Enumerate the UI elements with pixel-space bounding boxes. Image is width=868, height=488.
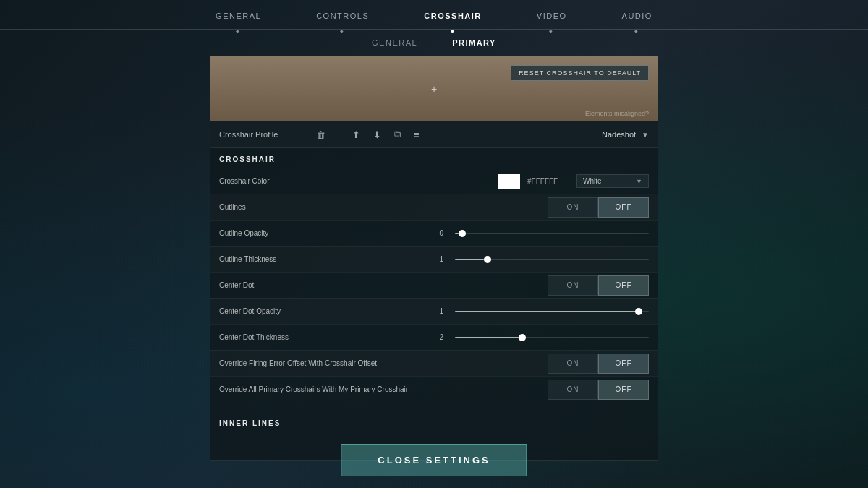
label-center-dot-thickness: Center Dot Thickness (219, 333, 422, 341)
preview-area: + RESET CROSSHAIR TO DEFAULT Elements mi… (210, 56, 658, 121)
profile-delete-icon[interactable]: 🗑 (313, 128, 328, 142)
slider-center-dot-opacity[interactable] (455, 311, 649, 312)
settings-container: GENERAL CONTROLS CROSSHAIR VIDEO AUDIO G… (0, 0, 868, 488)
color-name-select[interactable]: White ▼ (576, 174, 649, 188)
slider-track (455, 337, 649, 338)
value-center-dot-opacity: 1 (422, 307, 443, 315)
profile-select[interactable]: Nadeshot ▼ (422, 130, 649, 139)
center-dot-off-button[interactable]: Off (598, 275, 649, 296)
label-center-dot-opacity: Center Dot Opacity (219, 307, 422, 315)
sub-nav-line (376, 46, 492, 46)
toggle-center-dot: On Off (548, 275, 649, 296)
setting-row-outline-thickness: Outline Thickness 1 (210, 246, 658, 272)
dropdown-arrow-icon: ▼ (642, 131, 649, 139)
value-center-dot-thickness: 2 (422, 333, 443, 341)
close-button-wrapper: CLOSE SETTINGS (341, 444, 527, 476)
toggle-outlines: On Off (548, 197, 649, 218)
elements-misaligned-label: Elements misaligned? (585, 110, 649, 117)
settings-panel: + RESET CROSSHAIR TO DEFAULT Elements mi… (210, 56, 658, 461)
override-primary-on-button[interactable]: On (548, 380, 598, 400)
profile-upload-icon[interactable]: ⬆ (349, 128, 363, 142)
crosshair-section-header: CROSSHAIR (210, 148, 658, 168)
crosshair-preview: + (431, 83, 437, 95)
spacer (210, 402, 658, 414)
slider-track (455, 233, 649, 234)
nav-general[interactable]: GENERAL (210, 9, 267, 23)
slider-outline-thickness[interactable] (455, 259, 649, 260)
main-content: + RESET CROSSHAIR TO DEFAULT Elements mi… (0, 56, 868, 488)
label-crosshair-color: Crosshair Color (219, 177, 422, 185)
color-hex-value: #FFFFFF (527, 177, 571, 185)
label-override-primary: Override All Primary Crosshairs With My … (219, 385, 422, 393)
value-outline-thickness: 1 (422, 255, 443, 263)
slider-track (455, 259, 649, 260)
settings-scroll[interactable]: CROSSHAIR Crosshair Color #FFFFFF White … (210, 148, 658, 460)
reset-crosshair-button[interactable]: RESET CROSSHAIR TO DEFAULT (511, 65, 649, 81)
label-center-dot: Center Dot (219, 281, 422, 289)
profile-icons: 🗑 ⬆ ⬇ ⧉ ≡ (313, 127, 422, 142)
color-dropdown-icon: ▼ (636, 178, 642, 185)
setting-row-override-firing: Override Firing Error Offset With Crossh… (210, 350, 658, 376)
slider-outline-opacity[interactable] (455, 233, 649, 234)
color-swatch[interactable] (498, 174, 520, 189)
outlines-on-button[interactable]: On (548, 197, 598, 218)
override-primary-off-button[interactable]: Off (598, 380, 649, 400)
profile-copy-icon[interactable]: ⧉ (391, 127, 404, 142)
sub-nav: GENERAL PRIMARY (0, 30, 868, 56)
top-nav: GENERAL CONTROLS CROSSHAIR VIDEO AUDIO (0, 0, 868, 30)
subnav-general[interactable]: GENERAL (354, 35, 435, 50)
separator (339, 128, 339, 141)
slider-thumb[interactable] (635, 308, 642, 315)
slider-fill (455, 259, 484, 260)
setting-row-center-dot: Center Dot On Off (210, 272, 658, 298)
slider-center-dot-thickness[interactable] (455, 337, 649, 338)
nav-crosshair[interactable]: CROSSHAIR (418, 9, 488, 23)
setting-row-override-primary: Override All Primary Crosshairs With My … (210, 376, 658, 402)
profile-list-icon[interactable]: ≡ (411, 128, 422, 142)
toggle-override-primary: On Off (548, 380, 649, 400)
color-name-label: White (583, 177, 602, 185)
close-settings-button[interactable]: CLOSE SETTINGS (341, 444, 527, 476)
value-outline-opacity: 0 (422, 229, 443, 237)
nav-video[interactable]: VIDEO (531, 9, 573, 23)
slider-fill (455, 337, 523, 338)
center-dot-on-button[interactable]: On (548, 275, 598, 296)
setting-row-outlines: Outlines On Off (210, 194, 658, 220)
label-outlines: Outlines (219, 203, 422, 211)
setting-row-center-dot-opacity: Center Dot Opacity 1 (210, 298, 658, 324)
inner-lines-section-header: INNER LINES (210, 414, 658, 433)
slider-thumb[interactable] (459, 230, 466, 237)
nav-controls[interactable]: CONTROLS (310, 9, 375, 23)
label-outline-thickness: Outline Thickness (219, 255, 422, 263)
outlines-off-button[interactable]: Off (598, 197, 649, 218)
setting-row-color: Crosshair Color #FFFFFF White ▼ (210, 168, 658, 194)
profile-download-icon[interactable]: ⬇ (370, 128, 384, 142)
slider-fill (455, 311, 639, 312)
setting-row-center-dot-thickness: Center Dot Thickness 2 (210, 324, 658, 350)
override-firing-off-button[interactable]: Off (598, 354, 649, 374)
slider-thumb[interactable] (484, 256, 491, 263)
override-firing-on-button[interactable]: On (548, 354, 598, 374)
toggle-override-firing: On Off (548, 354, 649, 374)
profile-row: Crosshair Profile 🗑 ⬆ ⬇ ⧉ ≡ Nadeshot ▼ (210, 121, 658, 148)
profile-value: Nadeshot (602, 130, 636, 139)
label-outline-opacity: Outline Opacity (219, 229, 422, 237)
slider-track (455, 311, 649, 312)
label-override-firing: Override Firing Error Offset With Crossh… (219, 359, 422, 367)
setting-row-outline-opacity: Outline Opacity 0 (210, 220, 658, 246)
subnav-primary[interactable]: PRIMARY (435, 35, 514, 50)
slider-thumb[interactable] (519, 334, 526, 341)
nav-audio[interactable]: AUDIO (616, 9, 658, 23)
profile-label: Crosshair Profile (219, 130, 313, 139)
